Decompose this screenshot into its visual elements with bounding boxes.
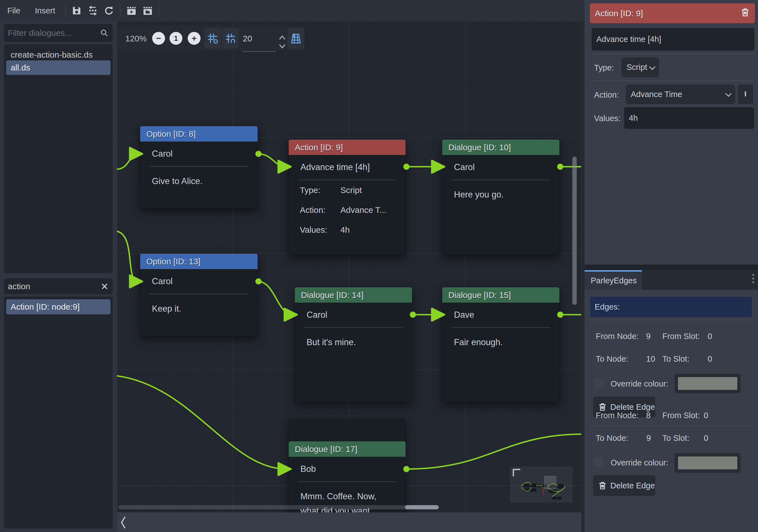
snap-distance-underline bbox=[242, 51, 276, 52]
to-slot-label: To Slot: bbox=[662, 354, 689, 364]
dialogue-filter-input[interactable]: Filter dialogues... bbox=[4, 24, 113, 42]
list-item[interactable]: Action [ID: node:9] bbox=[6, 299, 111, 314]
node-header[interactable]: Action [ID: 9] bbox=[289, 140, 405, 155]
dock-splitter[interactable] bbox=[581, 21, 585, 532]
minimap-viewport[interactable] bbox=[544, 476, 556, 489]
separator bbox=[590, 320, 755, 320]
node-title: Dialogue [ID: 15] bbox=[448, 290, 511, 300]
node-name-input[interactable]: Advance time [4h] bbox=[592, 28, 754, 51]
node-header[interactable]: Dialogue [ID: 10] bbox=[442, 140, 559, 155]
edges-header-label: Edges: bbox=[595, 302, 620, 312]
override-colour-picker[interactable] bbox=[675, 374, 741, 393]
override-colour-picker[interactable] bbox=[675, 453, 741, 473]
snap-spin-down[interactable] bbox=[279, 43, 286, 51]
graph-node-dialogue-15[interactable]: Dialogue [ID: 15] Dave Fair enough. bbox=[442, 287, 559, 402]
canvas-horizontal-scrollbar-thumb[interactable] bbox=[405, 505, 439, 509]
action-value: Advance Time bbox=[631, 90, 682, 99]
field-key: Type: bbox=[300, 186, 340, 195]
from-slot-label: From Slot: bbox=[662, 411, 700, 420]
node-name-row: Advance time [4h] bbox=[289, 155, 405, 180]
field-value: 4h bbox=[340, 225, 350, 235]
from-slot-value: 0 bbox=[707, 332, 712, 341]
snap-connections-toggle[interactable] bbox=[222, 28, 239, 49]
node-header[interactable]: Dialogue [ID: 15] bbox=[442, 287, 559, 302]
play-dialogue-button[interactable] bbox=[123, 3, 140, 19]
zoom-in-button[interactable]: + bbox=[188, 32, 200, 45]
dock-menu-icon[interactable] bbox=[752, 274, 754, 283]
pencil-icon bbox=[741, 90, 750, 98]
graph-node-dialogue-10[interactable]: Dialogue [ID: 10] Carol Here you go. bbox=[442, 140, 559, 255]
graph-node-dialogue-14[interactable]: Dialogue [ID: 14] Carol But it's mine. bbox=[295, 287, 412, 402]
graph-node-option-13[interactable]: Option [ID: 13] Carol Keep it. bbox=[140, 254, 258, 336]
canvas-horizontal-scrollbar[interactable] bbox=[118, 505, 438, 509]
override-colour-checkbox[interactable] bbox=[594, 458, 603, 467]
values-input[interactable]: 4h bbox=[624, 107, 754, 129]
undo-button[interactable] bbox=[101, 3, 117, 19]
action-dropdown[interactable]: Advance Time bbox=[626, 85, 735, 104]
node-header[interactable]: Option [ID: 13] bbox=[140, 254, 258, 269]
colour-swatch bbox=[678, 377, 737, 390]
dialogue-filter-placeholder: Filter dialogues... bbox=[8, 28, 100, 38]
node-header[interactable]: Option [ID: 8] bbox=[140, 126, 258, 142]
graph-minimap[interactable] bbox=[510, 467, 573, 503]
file-label: all.ds bbox=[11, 63, 30, 72]
node-field-row: Values:4h bbox=[289, 220, 405, 240]
node-search-box: action bbox=[4, 278, 113, 294]
canvas-vertical-scrollbar[interactable] bbox=[572, 157, 577, 305]
reorder-dialogue-button[interactable] bbox=[85, 3, 101, 19]
delete-edge-button[interactable]: Delete Edge bbox=[593, 475, 655, 496]
minimap-red-edge bbox=[543, 487, 543, 495]
list-item[interactable]: all.ds bbox=[6, 60, 111, 75]
to-slot-value: 0 bbox=[704, 434, 708, 443]
save-button[interactable] bbox=[69, 3, 85, 19]
to-node-label: To Node: bbox=[596, 354, 628, 364]
menu-insert[interactable]: Insert bbox=[28, 6, 63, 16]
type-label: Type: bbox=[594, 63, 614, 72]
edit-action-button[interactable] bbox=[738, 85, 753, 104]
field-value: Script bbox=[340, 186, 362, 195]
node-text: Give to Alice. bbox=[140, 167, 258, 196]
list-item[interactable]: create-action-basic.ds bbox=[6, 48, 111, 62]
node-header[interactable]: Dialogue [ID: 14] bbox=[295, 287, 412, 302]
result-label: Action [ID: node:9] bbox=[11, 302, 80, 312]
override-colour-checkbox[interactable] bbox=[594, 379, 603, 388]
node-title: Dialogue [ID: 10] bbox=[448, 143, 511, 152]
delete-node-button[interactable] bbox=[741, 8, 750, 19]
edges-section-header[interactable]: Edges: bbox=[590, 297, 752, 317]
type-dropdown[interactable]: Script bbox=[622, 57, 659, 77]
dialogue-folder-button[interactable] bbox=[140, 3, 156, 19]
graph-node-action-9[interactable]: Action [ID: 9] Advance time [4h] Type:Sc… bbox=[289, 140, 405, 255]
menu-bar: File Insert bbox=[0, 0, 585, 22]
zoom-reset-button[interactable]: 1 bbox=[169, 32, 182, 45]
to-slot-label: To Slot: bbox=[662, 434, 689, 443]
collapse-sidebar-button[interactable] bbox=[119, 516, 127, 530]
to-node-label: To Node: bbox=[596, 434, 628, 443]
separator bbox=[590, 81, 755, 81]
trash-icon bbox=[598, 481, 607, 490]
panel-splitter[interactable] bbox=[585, 265, 758, 270]
override-colour-label: Override colour: bbox=[611, 458, 668, 467]
graph-node-dialogue-17[interactable]: Dialogue [ID: 17] Bob Mmm. Coffee. Now, … bbox=[289, 419, 405, 513]
zoom-out-button[interactable]: − bbox=[152, 32, 165, 45]
node-search-input[interactable]: action bbox=[4, 278, 113, 294]
left-sidebar: Filter dialogues... create-action-basic.… bbox=[0, 21, 117, 532]
minimap-toggle[interactable] bbox=[288, 28, 304, 49]
graph-canvas[interactable]: Option [ID: 8] Carol Give to Alice. Acti… bbox=[117, 21, 581, 513]
node-title: Option [ID: 8] bbox=[146, 129, 196, 139]
snap-distance-value[interactable]: 20 bbox=[243, 26, 252, 51]
node-header[interactable]: Dialogue [ID: 17] bbox=[289, 442, 405, 457]
edge bbox=[117, 154, 138, 169]
menu-file[interactable]: File bbox=[0, 6, 28, 16]
graph-node-option-8[interactable]: Option [ID: 8] Carol Give to Alice. bbox=[140, 126, 258, 209]
node-title: Dialogue [ID: 17] bbox=[295, 444, 357, 454]
clear-search-icon[interactable] bbox=[100, 282, 109, 291]
delete-edge-label: Delete Edge bbox=[610, 481, 655, 490]
separator bbox=[590, 54, 755, 54]
tab-parleyedges[interactable]: ParleyEdges bbox=[585, 270, 642, 290]
to-node-value: 9 bbox=[646, 434, 651, 443]
node-field-row: Action:Advance T... bbox=[289, 200, 405, 220]
type-value: Script bbox=[627, 63, 647, 72]
snap-spin-up[interactable] bbox=[279, 34, 286, 42]
snap-grid-toggle[interactable] bbox=[204, 28, 221, 49]
inspector-header: Action [ID: 9] bbox=[590, 3, 755, 23]
